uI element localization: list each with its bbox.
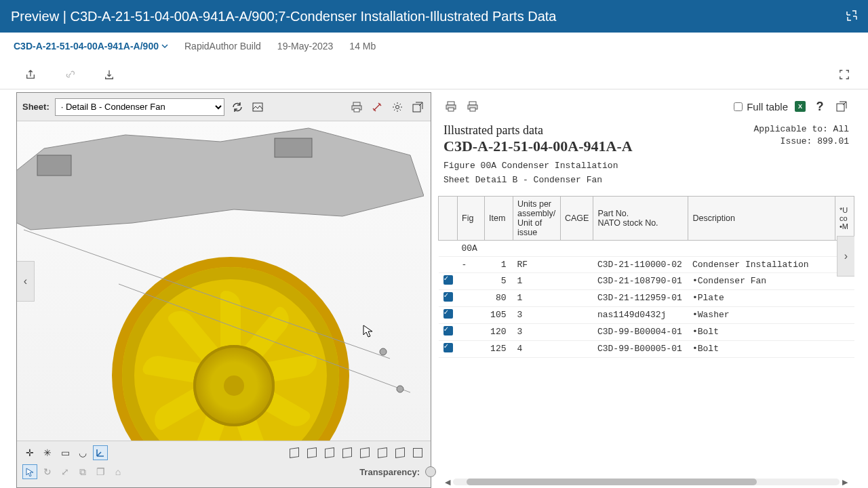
sheet-line: Sheet Detail B - Condenser Fan xyxy=(443,174,849,188)
subheader: C3D-A-21-51-04-00A-941A-A/900 RapidAutho… xyxy=(0,33,868,60)
row-checkbox[interactable] xyxy=(443,275,453,285)
figure-line: Figure 00A Condenser Installation xyxy=(443,159,849,174)
refresh-icon[interactable] xyxy=(230,100,245,115)
row-checkbox[interactable] xyxy=(443,292,453,302)
applicable-to: Applicable to: All xyxy=(754,123,849,136)
svg-rect-14 xyxy=(448,108,454,111)
view-bottom-icon[interactable] xyxy=(393,445,408,460)
col-uce: *U co •M xyxy=(835,196,854,240)
col-cage: CAGE xyxy=(561,196,593,240)
sheet-label: Sheet: xyxy=(22,102,50,112)
gear-icon[interactable] xyxy=(390,100,405,115)
svg-line-9 xyxy=(119,284,410,392)
col-upa: Units per assembly/ Unit of issue xyxy=(513,196,561,240)
viewer-toolbar: Sheet: · Detail B - Condenser Fan xyxy=(17,93,431,121)
popout-table-icon[interactable] xyxy=(834,99,849,114)
svg-point-4 xyxy=(396,105,399,108)
help-icon[interactable]: ? xyxy=(812,99,827,114)
viewer-footer: ✛ ✳ ▭ ◡ ↻ ⤢ ⧉ ❐ ⌂ xyxy=(17,441,431,487)
image-icon[interactable] xyxy=(250,100,265,115)
svg-rect-1 xyxy=(353,102,360,106)
download-icon[interactable] xyxy=(102,67,117,82)
row-checkbox[interactable] xyxy=(443,326,453,336)
issue-no: Issue: 899.01 xyxy=(754,136,849,148)
doc-header: Applicable to: All Issue: 899.01 Illustr… xyxy=(438,121,854,193)
col-item: Item xyxy=(485,196,513,240)
col-desc: Description xyxy=(688,196,835,240)
table-row[interactable]: 00A xyxy=(439,240,854,256)
print-all-icon[interactable] xyxy=(465,99,480,114)
svg-rect-17 xyxy=(470,108,475,111)
view-back-icon[interactable] xyxy=(322,445,337,460)
action-toolbar xyxy=(0,60,868,89)
dm-code-dropdown[interactable]: C3D-A-21-51-04-00A-941A-A/900 xyxy=(14,41,168,52)
cursor-icon xyxy=(363,325,374,338)
svg-rect-15 xyxy=(469,102,476,105)
view-persp-icon[interactable] xyxy=(410,445,425,460)
layers-tool[interactable]: ❐ xyxy=(93,464,108,479)
view-iso-icon[interactable] xyxy=(287,445,302,460)
copy-tool[interactable]: ⧉ xyxy=(75,464,90,479)
table-row[interactable]: -1RFC3D-21-110000-02Condenser Installati… xyxy=(439,256,854,272)
parts-panel: Full table X ? Applicable to: All Issue:… xyxy=(438,92,854,488)
restore-icon[interactable] xyxy=(846,9,857,24)
expand-icon[interactable] xyxy=(837,67,852,82)
popout-icon[interactable] xyxy=(410,100,425,115)
build-size: 14 Mb xyxy=(349,41,376,52)
table-row[interactable]: 1254C3D-99-B00005-01•Bolt xyxy=(439,340,854,357)
rotate-tool[interactable]: ↻ xyxy=(40,464,55,479)
svg-rect-12 xyxy=(448,102,454,105)
excel-icon[interactable]: X xyxy=(795,101,806,112)
star-tool[interactable]: ✳ xyxy=(40,445,55,460)
row-checkbox[interactable] xyxy=(443,343,453,352)
svg-point-10 xyxy=(380,348,387,355)
transparency-label: Transparency: xyxy=(359,467,420,477)
table-row[interactable]: 1203C3D-99-B00004-01•Bolt xyxy=(439,323,854,340)
print-icon[interactable] xyxy=(349,100,364,115)
table-row[interactable]: 51C3D-21-108790-01•Condenser Fan xyxy=(439,272,854,289)
viewer-panel: Sheet: · Detail B - Condenser Fan xyxy=(16,92,431,488)
rect-tool[interactable]: ▭ xyxy=(58,445,73,460)
3d-viewport[interactable]: ‹ xyxy=(17,121,431,441)
svg-rect-3 xyxy=(354,108,359,112)
row-checkbox[interactable] xyxy=(443,309,453,319)
home-tool[interactable]: ⌂ xyxy=(111,464,125,479)
prev-sheet-button[interactable]: ‹ xyxy=(17,261,35,302)
view-right-icon[interactable] xyxy=(357,445,372,460)
arc-tool[interactable]: ◡ xyxy=(75,445,90,460)
sheet-select[interactable]: · Detail B - Condenser Fan xyxy=(55,98,224,116)
crosshair-tool[interactable]: ✛ xyxy=(22,445,37,460)
full-table-checkbox[interactable]: Full table xyxy=(734,101,788,113)
horizontal-scrollbar[interactable]: ◀ ▶ xyxy=(438,477,854,487)
build-label: RapidAuthor Build xyxy=(184,41,261,52)
view-top-icon[interactable] xyxy=(375,445,390,460)
print-doc-icon[interactable] xyxy=(443,99,458,114)
titlebar: Preview | C3D-A-21-51-04-00A-941A-A/900;… xyxy=(0,0,868,33)
fit-tool[interactable]: ⤢ xyxy=(58,464,73,479)
table-row[interactable]: 801C3D-21-112959-01•Plate xyxy=(439,289,854,306)
axis-tool[interactable] xyxy=(93,445,108,460)
build-date: 19-May-2023 xyxy=(277,41,334,52)
view-left-icon[interactable] xyxy=(340,445,355,460)
col-fig: Fig xyxy=(458,196,485,240)
link-icon xyxy=(62,67,77,82)
col-part: Part No. NATO stock No. xyxy=(593,196,688,240)
window-title: Preview | C3D-A-21-51-04-00A-941A-A/900;… xyxy=(11,9,556,24)
svg-line-8 xyxy=(24,230,390,359)
view-front-icon[interactable] xyxy=(304,445,319,460)
parts-table: Fig Item Units per assembly/ Unit of iss… xyxy=(438,196,854,358)
parts-toolbar: Full table X ? xyxy=(438,92,854,121)
svg-point-11 xyxy=(397,386,403,392)
next-sheet-button[interactable]: › xyxy=(837,236,854,277)
tools-icon[interactable] xyxy=(370,100,384,115)
select-tool[interactable] xyxy=(22,464,37,479)
table-row[interactable]: 1053nas1149d0432j•Washer xyxy=(439,306,854,323)
share-icon[interactable] xyxy=(23,67,38,82)
